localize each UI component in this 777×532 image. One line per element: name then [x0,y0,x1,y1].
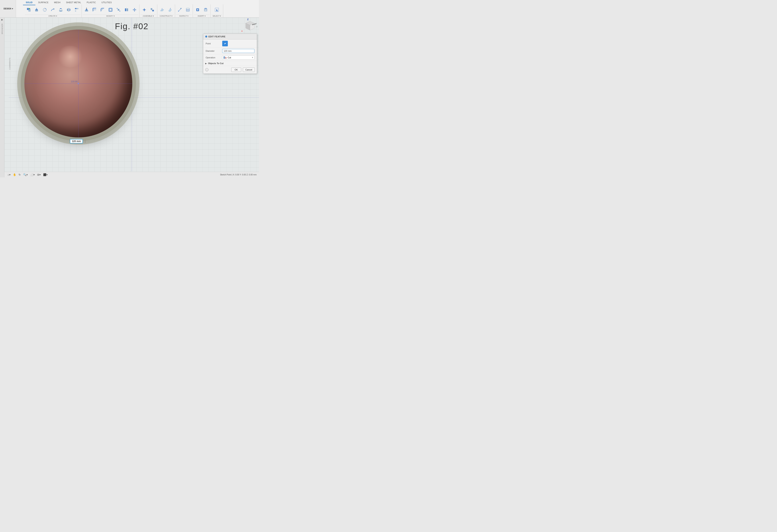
svg-marker-30 [133,8,136,12]
sweep-icon[interactable] [49,6,57,14]
offset-plane-icon[interactable] [158,6,166,14]
operation-row: Operation Cut ▼ [203,54,257,61]
new-component-icon[interactable] [25,6,32,14]
insert-mcmaster-icon[interactable] [194,6,202,14]
comments-label: COMMENTS [9,57,11,70]
dimension-center-label: 120.00 [71,80,78,83]
cancel-button[interactable]: Cancel [243,68,255,72]
pattern-icon[interactable] [73,6,81,14]
svg-rect-16 [76,8,77,9]
svg-rect-25 [117,8,118,9]
press-pull-icon[interactable] [83,6,90,14]
svg-marker-42 [162,8,162,9]
plane-at-angle-icon[interactable] [166,6,174,14]
extrude-icon[interactable] [33,6,40,14]
operation-value: Cut [228,56,231,59]
diameter-label: Diameter [206,50,221,52]
select-tool-icon[interactable] [212,6,222,14]
svg-line-44 [170,8,171,9]
measure-icon[interactable] [176,6,184,14]
svg-rect-37 [152,10,154,11]
loft-icon[interactable] [57,6,65,14]
scale-icon[interactable] [115,6,122,14]
design-button[interactable]: DESIGN ▾ [0,0,16,17]
chamfer-icon[interactable] [99,6,106,14]
svg-rect-9 [53,8,54,10]
svg-rect-48 [180,8,182,9]
decal-icon[interactable] [202,6,209,14]
svg-marker-43 [169,9,172,12]
split-body-icon[interactable] [123,6,130,14]
display-menu-btn[interactable]: ⬛▾ [42,173,48,176]
svg-marker-13 [67,8,68,11]
svg-point-31 [143,9,145,11]
viewport[interactable]: Fig. #02 COMMENTS 120.00 [4,18,259,177]
joint-icon[interactable] [140,6,148,14]
view-menu-btn[interactable]: ⬜▾ [29,173,35,176]
construct-label[interactable]: CONSTRUCT ▾ [158,15,174,17]
status-text: Sketch Point | X: 0.00 Y: 0.00 Z: 0.00 m… [220,174,256,176]
operation-dropdown[interactable]: Cut ▼ [222,55,254,59]
ok-button[interactable]: OK [231,68,241,72]
nav-cube-btn[interactable]: ⌂▾ [7,173,11,176]
svg-rect-4 [35,10,38,11]
status-bar: ⌂▾ ✋ ↻ 🔍▾ ⬜▾ ⊞▾ ⬛▾ Sketch Point | X: 0.0… [4,172,259,177]
info-button[interactable]: i [205,68,208,71]
objects-to-cut-row[interactable]: ▶ Objects To Cut [203,61,257,66]
bottom-toolbar: ⌂▾ ✋ ↻ 🔍▾ ⬜▾ ⊞▾ ⬛▾ [7,173,48,176]
modify-label[interactable]: MODIFY ▾ [83,15,138,17]
move-icon[interactable] [131,6,138,14]
svg-rect-68 [225,57,227,59]
svg-line-38 [151,10,152,11]
svg-rect-19 [85,10,88,11]
svg-rect-24 [118,9,119,11]
construct-group: CONSTRUCT ▾ [157,4,175,17]
section-analysis-icon[interactable] [184,6,192,14]
sidebar-toggle-arrow[interactable]: ▶ [1,19,4,21]
fillet-icon[interactable] [91,6,98,14]
sphere-3d: 120.00 [24,29,132,137]
edit-panel-icon [205,35,207,37]
create-label[interactable]: CREATE ▾ [25,15,81,17]
mirror-icon[interactable] [65,6,73,14]
svg-rect-67 [223,56,225,59]
svg-marker-14 [69,8,71,11]
svg-rect-36 [151,8,152,10]
svg-marker-5 [35,8,38,10]
orbit-tool-btn[interactable]: ↻ [18,173,22,176]
toolbar: DESIGN ▾ SOLID SURFACE MESH SHEET METAL … [0,0,259,18]
sphere-container: 120.00 120 mm ⋮ [24,29,132,143]
zoom-tool-btn[interactable]: 🔍▾ [22,173,28,176]
svg-rect-27 [125,8,126,11]
svg-rect-23 [110,9,112,11]
dimension-options-button[interactable]: ⋮ [84,139,87,143]
modify-group: MODIFY ▾ [82,4,139,17]
operation-label: Operation [206,56,221,59]
point-selector-button[interactable] [222,41,228,46]
assemble-label[interactable]: ASSEMBLE ▾ [140,15,156,17]
shell-icon[interactable] [107,6,114,14]
svg-rect-17 [77,8,79,9]
revolve-icon[interactable] [41,6,48,14]
dimension-value-box[interactable]: 120 mm [70,139,83,143]
svg-rect-18 [75,10,76,12]
browser-label: BROWSER [1,23,3,34]
select-label[interactable]: SELECT ▾ [212,15,222,17]
grid-menu-btn[interactable]: ⊞▾ [36,173,41,176]
select-group: SELECT ▾ [211,4,223,17]
pan-tool-btn[interactable]: ✋ [12,173,17,176]
as-built-joint-icon[interactable] [148,6,156,14]
diameter-input[interactable] [222,49,254,53]
left-sidebar: ▶ BROWSER [0,18,4,177]
edit-panel-header: EDIT FEATURE [203,34,257,39]
create-group: CREATE ▾ [24,4,82,17]
objects-expand-arrow: ▶ [205,62,207,64]
point-label: Point [206,42,221,45]
dimension-bottom: 120 mm ⋮ [70,139,87,143]
toolbar-main: CREATE ▾ [24,4,259,17]
view-cube[interactable]: RIGHT [244,19,256,32]
cut-op-icon [223,56,227,59]
svg-rect-51 [186,10,190,11]
inspect-label[interactable]: INSPECT ▾ [176,15,192,17]
insert-label[interactable]: INSERT ▾ [194,15,209,17]
